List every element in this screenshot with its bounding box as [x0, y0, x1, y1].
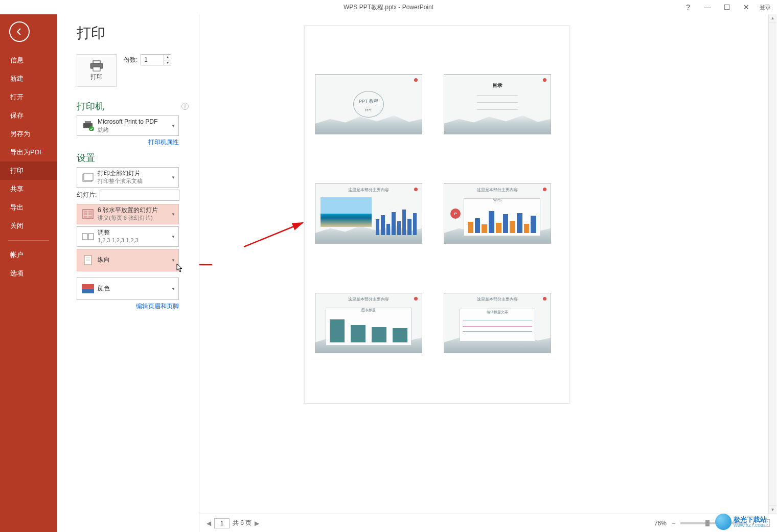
- print-preview-panel: PPT 教程 PPT 目录: [199, 14, 777, 532]
- next-page-button[interactable]: ▶: [255, 520, 259, 527]
- sidebar-item-share[interactable]: 共享: [0, 180, 57, 198]
- svg-rect-17: [84, 256, 92, 265]
- printer-dropdown[interactable]: Microsoft Print to PDF 就绪 ▼: [77, 115, 179, 136]
- info-icon[interactable]: i: [181, 103, 189, 110]
- preview-scroll-area[interactable]: PPT 教程 PPT 目录: [199, 14, 777, 514]
- sidebar-item-exportpdf[interactable]: 导出为PDF: [0, 143, 57, 161]
- printer-status-icon: [81, 119, 95, 132]
- site-logo-icon: [715, 514, 732, 530]
- print-button-label: 打印: [90, 73, 103, 81]
- print-button[interactable]: 打印: [77, 54, 117, 87]
- svg-rect-12: [88, 213, 92, 215]
- svg-rect-2: [93, 67, 100, 71]
- chevron-down-icon: ▼: [171, 258, 175, 262]
- site-watermark: 极光下载站 www.xz7.com: [715, 514, 767, 530]
- chevron-down-icon: ▼: [171, 234, 175, 239]
- sidebar-item-export[interactable]: 导出: [0, 198, 57, 217]
- slides-range-input[interactable]: [100, 190, 179, 201]
- svg-rect-16: [88, 234, 94, 240]
- minimize-button[interactable]: —: [701, 2, 714, 12]
- preview-slide-3: 这里是本部分主要内容: [315, 183, 422, 244]
- svg-rect-4: [85, 121, 91, 123]
- color-swatch-icon: [82, 284, 94, 293]
- svg-rect-9: [84, 211, 87, 213]
- svg-rect-0: [93, 61, 100, 63]
- portrait-icon: [81, 253, 95, 267]
- scroll-down-icon[interactable]: ▼: [769, 505, 776, 514]
- svg-rect-15: [82, 234, 87, 240]
- collate-icon: [81, 230, 95, 243]
- svg-rect-11: [84, 213, 87, 215]
- help-button[interactable]: ?: [682, 2, 694, 12]
- window-title: WPS PPT教程.pptx - PowerPoint: [344, 3, 433, 12]
- preview-slide-4: 这里是本部分主要内容 P WPS: [444, 183, 551, 244]
- backstage-sidebar: 信息 新建 打开 保存 另存为 导出为PDF 打印 共享 导出 关闭 帐户 选项: [0, 14, 57, 532]
- edit-header-footer-link[interactable]: 编辑页眉和页脚: [77, 302, 179, 311]
- preview-page: PPT 教程 PPT 目录: [304, 26, 570, 404]
- svg-rect-14: [88, 216, 92, 218]
- close-button[interactable]: ✕: [740, 2, 752, 12]
- preview-footer: ◀ 共 6 页 ▶ 76% − + ⛶: [199, 514, 777, 532]
- sidebar-item-saveas[interactable]: 另存为: [0, 125, 57, 143]
- preview-slide-1: PPT 教程 PPT: [315, 74, 422, 134]
- sidebar-item-close[interactable]: 关闭: [0, 217, 57, 235]
- slides-all-icon: [81, 171, 95, 184]
- page-title: 打印: [77, 24, 189, 43]
- svg-rect-10: [88, 211, 92, 213]
- chevron-down-icon: ▼: [171, 123, 175, 128]
- svg-rect-7: [84, 173, 93, 180]
- spin-down-icon[interactable]: ▼: [164, 60, 171, 65]
- title-bar: WPS PPT教程.pptx - PowerPoint ? — ☐ ✕ 登录: [0, 0, 777, 14]
- ppt-circle-icon: P: [450, 209, 461, 219]
- back-arrow-icon: [15, 28, 24, 36]
- login-link[interactable]: 登录: [760, 4, 771, 11]
- scroll-up-icon[interactable]: ▲: [769, 14, 776, 22]
- handout-layout-dropdown[interactable]: 6 张水平放置的幻灯片 讲义(每页 6 张幻灯片) ▼: [77, 204, 179, 224]
- printer-heading: 打印机 i: [77, 100, 189, 112]
- annotation-arrow-2: [199, 260, 215, 272]
- copies-label: 份数:: [124, 56, 138, 64]
- zoom-out-button[interactable]: −: [672, 520, 675, 527]
- spin-up-icon[interactable]: ▲: [164, 55, 171, 60]
- slides-range-label: 幻灯片:: [77, 191, 97, 199]
- preview-slide-6: 这里是本部分主要内容 编辑标题文字: [444, 293, 551, 353]
- sidebar-item-open[interactable]: 打开: [0, 88, 57, 106]
- printer-properties-link[interactable]: 打印机属性: [77, 138, 179, 147]
- zoom-percent-label: 76%: [654, 520, 667, 527]
- copies-spinner[interactable]: 1 ▲▼: [141, 54, 171, 65]
- preview-slide-2: 目录: [444, 74, 551, 134]
- back-button[interactable]: [9, 21, 30, 42]
- sidebar-item-new[interactable]: 新建: [0, 70, 57, 88]
- print-settings-panel: 打印 打印 份数: 1 ▲▼ 打印机: [57, 14, 199, 532]
- window-controls: ? — ☐ ✕ 登录: [682, 2, 777, 12]
- orientation-dropdown[interactable]: 纵向 ▼: [77, 249, 179, 271]
- printer-icon: [89, 60, 104, 72]
- svg-line-21: [244, 223, 303, 247]
- sidebar-item-account[interactable]: 帐户: [0, 246, 57, 264]
- collate-dropdown[interactable]: 调整 1,2,3 1,2,3 1,2,3 ▼: [77, 226, 179, 247]
- sidebar-item-print[interactable]: 打印: [0, 161, 57, 180]
- sidebar-item-save[interactable]: 保存: [0, 106, 57, 125]
- vertical-scrollbar[interactable]: ▲ ▼: [768, 14, 776, 514]
- sidebar-item-options[interactable]: 选项: [0, 264, 57, 283]
- sidebar-divider: [8, 240, 49, 241]
- annotation-arrow-1: [241, 219, 308, 251]
- preview-slide-5: 这里是本部分主要内容 图表标题: [315, 293, 422, 353]
- prev-page-button[interactable]: ◀: [207, 520, 211, 527]
- settings-heading: 设置: [77, 152, 189, 164]
- chevron-down-icon: ▼: [171, 212, 175, 216]
- print-range-dropdown[interactable]: 打印全部幻灯片 打印整个演示文稿 ▼: [77, 167, 179, 188]
- svg-rect-13: [84, 216, 87, 218]
- color-dropdown[interactable]: 颜色 ▼: [77, 277, 179, 300]
- chevron-down-icon: ▼: [171, 286, 175, 291]
- page-number-input[interactable]: [214, 518, 230, 528]
- sidebar-item-info[interactable]: 信息: [0, 51, 57, 70]
- maximize-button[interactable]: ☐: [721, 2, 733, 12]
- total-pages-label: 共 6 页: [233, 519, 252, 527]
- chevron-down-icon: ▼: [171, 175, 175, 179]
- handout-6-icon: [81, 207, 95, 221]
